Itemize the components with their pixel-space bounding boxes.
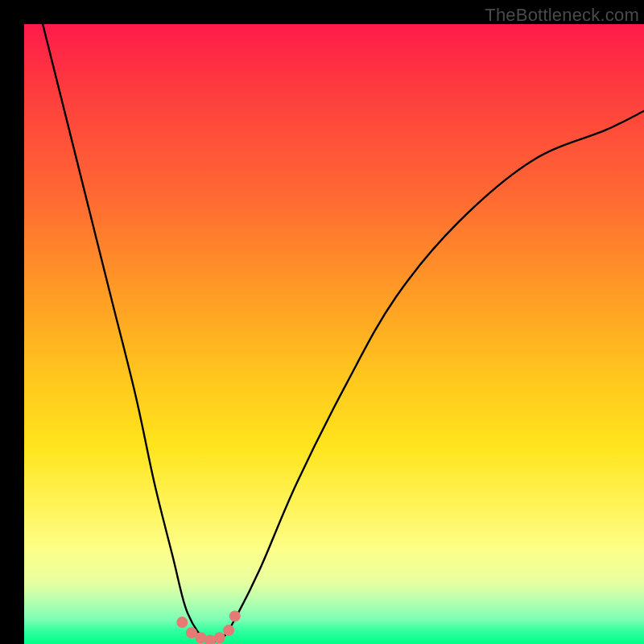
- watermark-text: TheBottleneck.com: [485, 5, 639, 26]
- valley-point: [229, 610, 241, 621]
- valley-point: [176, 617, 188, 628]
- chart-plot-area: [24, 24, 644, 644]
- bottleneck-curve: [43, 24, 644, 642]
- chart-svg: [24, 24, 644, 644]
- valley-markers: [176, 610, 240, 644]
- chart-frame: TheBottleneck.com: [0, 0, 644, 644]
- valley-point: [223, 625, 234, 636]
- valley-point: [214, 632, 225, 643]
